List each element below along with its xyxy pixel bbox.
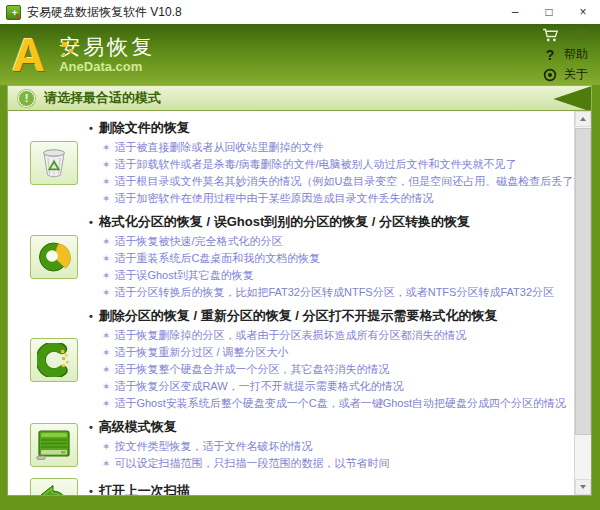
minimize-button[interactable]: – bbox=[498, 0, 532, 24]
brand-name-cn: 安易恢复 bbox=[59, 35, 155, 59]
title-bar: + 安易硬盘数据恢复软件 V10.8 – □ × bbox=[0, 0, 600, 24]
star-bullet-icon: ✶ bbox=[102, 330, 110, 341]
section-title: •删除分区的恢复 / 重新分区的恢复 / 分区打不开提示需要格式化的恢复 bbox=[89, 307, 574, 325]
maximize-button[interactable]: □ bbox=[532, 0, 566, 24]
mode-link[interactable]: ✶适于分区转换后的恢复，比如把FAT32分区转成NTFS分区，或者NTFS分区转… bbox=[89, 284, 574, 301]
section-open-last-scan: •打开上一次扫描 ✶打开本软件上一次扫描到数据后，保存出来的 *.anf 文件 bbox=[30, 478, 574, 495]
about-menu-item[interactable]: 关于 bbox=[540, 65, 588, 84]
cart-icon bbox=[540, 28, 560, 42]
mode-link[interactable]: ✶适于加密软件在使用过程中由于某些原因造成目录文件丢失的情况 bbox=[89, 190, 574, 207]
star-bullet-icon: ✶ bbox=[102, 441, 110, 452]
exclamation-icon: ! bbox=[18, 90, 35, 107]
format-pie-icon[interactable] bbox=[30, 235, 78, 279]
about-label: 关于 bbox=[564, 66, 588, 83]
window-frame: ! 请选择最合适的模式 •删除文件的恢复 bbox=[0, 85, 600, 510]
section-title: •打开上一次扫描 bbox=[89, 482, 574, 496]
star-bullet-icon: ✶ bbox=[102, 458, 110, 469]
bullet-icon: • bbox=[89, 216, 93, 228]
broken-partition-icon[interactable] bbox=[30, 338, 78, 382]
mode-link[interactable]: ✶适于恢复整个硬盘合并成一个分区，其它盘符消失的情况 bbox=[89, 361, 574, 378]
section-advanced-mode: •高级模式恢复 ✶按文件类型恢复，适于文件名破坏的情况 ✶可以设定扫描范围，只扫… bbox=[30, 418, 574, 472]
mode-link[interactable]: ✶适于恢复分区变成RAW，一打不开就提示需要格式化的情况 bbox=[89, 378, 574, 395]
status-message: 请选择最合适的模式 bbox=[44, 89, 161, 107]
mode-link[interactable]: ✶适于根目录或文件莫名其妙消失的情况（例如U盘目录变空，但是空间还占用、磁盘检查… bbox=[89, 173, 574, 190]
app-icon: + bbox=[6, 5, 21, 20]
star-bullet-icon: ✶ bbox=[102, 176, 110, 187]
star-bullet-icon: ✶ bbox=[102, 364, 110, 375]
star-bullet-icon: ✶ bbox=[102, 347, 110, 358]
section-deleted-files: •删除文件的恢复 ✶适于被直接删除或者从回收站里删掉的文件 ✶适于卸载软件或者是… bbox=[30, 119, 574, 207]
header-menu: 注册 ? 帮助 关于 bbox=[540, 25, 588, 84]
section-title: •高级模式恢复 bbox=[89, 418, 574, 436]
bullet-icon: • bbox=[89, 122, 93, 134]
ribbon-arrow-icon bbox=[550, 86, 592, 111]
scroll-up-button[interactable] bbox=[575, 111, 591, 127]
triangle-down-icon bbox=[580, 485, 586, 489]
bullet-icon: • bbox=[89, 485, 93, 496]
star-bullet-icon: ✶ bbox=[102, 159, 110, 170]
triangle-up-icon bbox=[580, 117, 586, 121]
mode-link[interactable]: ✶适于恢复被快速/完全格式化的分区 bbox=[89, 233, 574, 250]
mode-link[interactable]: ✶可以设定扫描范围，只扫描一段范围的数据，以节省时间 bbox=[89, 455, 574, 472]
mode-link[interactable]: ✶适于Ghost安装系统后整个硬盘变成一个C盘，或者一键Ghost自动把硬盘分成… bbox=[89, 395, 574, 412]
window-title: 安易硬盘数据恢复软件 V10.8 bbox=[27, 4, 182, 21]
header: A 安易恢复 AneData.com 注册 ? 帮助 bbox=[0, 24, 600, 85]
star-bullet-icon: ✶ bbox=[102, 398, 110, 409]
star-bullet-icon: ✶ bbox=[102, 381, 110, 392]
register-label: 注册 bbox=[564, 26, 588, 43]
mode-link[interactable]: ✶适于被直接删除或者从回收站里删掉的文件 bbox=[89, 139, 574, 156]
mode-link[interactable]: ✶适于恢复重新分过区 / 调整分区大小 bbox=[89, 344, 574, 361]
bullet-icon: • bbox=[89, 421, 93, 433]
mode-link[interactable]: ✶适于重装系统后C盘桌面和我的文档的恢复 bbox=[89, 250, 574, 267]
star-bullet-icon: ✶ bbox=[102, 193, 110, 204]
star-bullet-icon: ✶ bbox=[102, 287, 110, 298]
section-formatted-partition: •格式化分区的恢复 / 误Ghost到别的分区的恢复 / 分区转换的恢复 ✶适于… bbox=[30, 213, 574, 301]
bullet-icon: • bbox=[89, 310, 93, 322]
section-title: •删除文件的恢复 bbox=[89, 119, 574, 137]
star-bullet-icon: ✶ bbox=[102, 236, 110, 247]
mode-link[interactable]: ✶适于恢复删除掉的分区，或者由于分区表损坏造成所有分区都消失的情况 bbox=[89, 327, 574, 344]
help-menu-item[interactable]: ? 帮助 bbox=[540, 45, 588, 64]
section-deleted-partition: •删除分区的恢复 / 重新分区的恢复 / 分区打不开提示需要格式化的恢复 ✶适于… bbox=[30, 307, 574, 412]
recycle-bin-icon[interactable] bbox=[30, 141, 78, 185]
section-title: •格式化分区的恢复 / 误Ghost到别的分区的恢复 / 分区转换的恢复 bbox=[89, 213, 574, 231]
logo: A 安易恢复 AneData.com bbox=[0, 33, 155, 77]
vertical-scrollbar[interactable] bbox=[574, 111, 591, 495]
mode-link[interactable]: ✶适于卸载软件或者是杀毒/病毒删除的文件/电脑被别人动过后文件和文件夹就不见了 bbox=[89, 156, 574, 173]
about-icon bbox=[540, 68, 560, 82]
undo-arrow-icon[interactable] bbox=[30, 478, 78, 495]
mode-link[interactable]: ✶按文件类型恢复，适于文件名破坏的情况 bbox=[89, 438, 574, 455]
hdd-icon[interactable] bbox=[30, 423, 78, 467]
content-panel: •删除文件的恢复 ✶适于被直接删除或者从回收站里删掉的文件 ✶适于卸载软件或者是… bbox=[7, 111, 592, 496]
logo-a-icon: A bbox=[12, 33, 45, 77]
scrollbar-thumb[interactable] bbox=[575, 128, 591, 435]
scroll-down-button[interactable] bbox=[575, 479, 591, 495]
register-menu-item[interactable]: 注册 bbox=[540, 25, 588, 44]
status-bar: ! 请选择最合适的模式 bbox=[7, 85, 592, 111]
star-bullet-icon: ✶ bbox=[102, 142, 110, 153]
close-button[interactable]: × bbox=[566, 0, 600, 24]
help-icon: ? bbox=[540, 48, 560, 62]
star-bullet-icon: ✶ bbox=[102, 270, 110, 281]
help-label: 帮助 bbox=[564, 46, 588, 63]
mode-link[interactable]: ✶适于误Ghost到其它盘的恢复 bbox=[89, 267, 574, 284]
star-bullet-icon: ✶ bbox=[102, 253, 110, 264]
mode-list: •删除文件的恢复 ✶适于被直接删除或者从回收站里删掉的文件 ✶适于卸载软件或者是… bbox=[8, 111, 574, 495]
brand-name-en: AneData.com bbox=[59, 59, 155, 74]
